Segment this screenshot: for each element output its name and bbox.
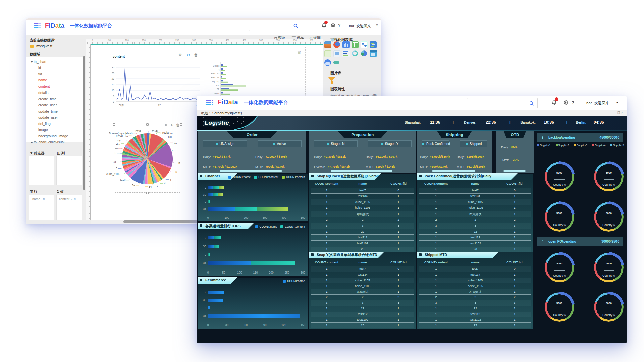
- svg-text:30: 30: [112, 66, 114, 69]
- svg-text:10: 10: [112, 89, 114, 92]
- svg-text:Prodian...: Prodian...: [160, 131, 172, 134]
- svg-text:25: 25: [112, 72, 114, 75]
- svg-text:7: 7: [157, 184, 158, 188]
- svg-text:0: 0: [113, 100, 114, 103]
- svg-text:4: 4: [164, 182, 166, 185]
- svg-text:my...: my...: [117, 139, 123, 142]
- svg-text:b: b: [115, 152, 116, 155]
- svg-text:b: b: [178, 161, 180, 165]
- svg-text:ee1120: ee1120: [211, 72, 219, 75]
- svg-text:t: t: [219, 68, 220, 71]
- svg-text:22: 22: [217, 88, 219, 91]
- svg-text:15: 15: [112, 83, 114, 86]
- svg-text:6: 6: [175, 170, 177, 174]
- svg-text:Cü...: Cü...: [168, 135, 174, 139]
- svg-text:cube_1105: cube_1105: [106, 172, 120, 176]
- svg-text:test1: test1: [214, 92, 219, 95]
- svg-text:—: —: [115, 147, 118, 150]
- svg-text:ee1123: ee1123: [211, 76, 219, 79]
- svg-text:3: 3: [116, 167, 117, 170]
- svg-text:4: 4: [170, 178, 171, 181]
- svg-text:2...: 2...: [116, 142, 120, 145]
- svg-text:20: 20: [112, 77, 114, 80]
- svg-text:loc: loc: [216, 84, 219, 87]
- svg-text:34: 34: [149, 185, 152, 188]
- svg-text:—: —: [177, 148, 180, 152]
- svg-text:白洋: 白洋: [152, 129, 158, 133]
- svg-text:白洋: 白洋: [136, 129, 142, 133]
- svg-text:34ppt: 34ppt: [213, 64, 220, 67]
- svg-text:mysql_l...: mysql_l...: [116, 134, 128, 137]
- svg-text:23: 23: [113, 160, 116, 164]
- svg-text:3a: 3a: [132, 184, 135, 187]
- svg-text:t...: t...: [174, 141, 177, 144]
- svg-text:sql_bg: sql_bg: [212, 80, 219, 83]
- svg-text:test!: test!: [120, 179, 126, 182]
- svg-text:5: 5: [113, 95, 114, 98]
